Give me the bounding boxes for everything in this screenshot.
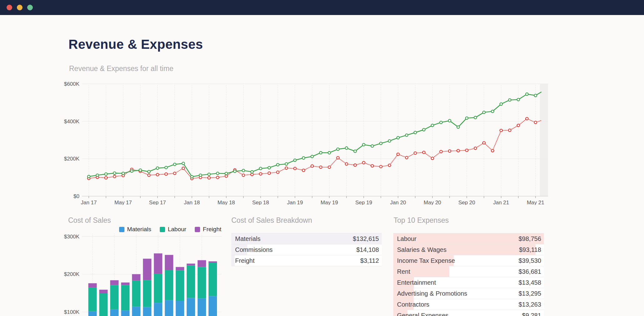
data-point xyxy=(380,165,382,168)
data-point xyxy=(483,111,485,114)
row-value: $39,530 xyxy=(519,257,541,264)
x-axis-ticks xyxy=(89,196,536,198)
stacked-bar[interactable] xyxy=(209,261,217,316)
data-point xyxy=(174,172,176,175)
data-point xyxy=(474,147,476,150)
bar-segment-freight xyxy=(198,260,206,267)
data-point xyxy=(148,174,150,176)
stacked-bar[interactable] xyxy=(132,274,140,316)
bar-segment-freight xyxy=(121,283,129,285)
bar-segment-labour xyxy=(121,285,129,310)
bar-segment-labour xyxy=(198,267,206,298)
stacked-bar[interactable] xyxy=(198,260,206,316)
row-label: Rent xyxy=(397,268,410,275)
window-titlebar xyxy=(0,0,644,15)
data-point xyxy=(508,129,511,131)
data-point xyxy=(242,174,244,176)
bar-segment-labour xyxy=(165,270,173,300)
data-point xyxy=(337,156,339,159)
table-row[interactable]: Entertainment$13,458 xyxy=(393,277,544,288)
x-axis-label: Jan 17 xyxy=(81,200,97,205)
row-label: Income Tax Expense xyxy=(397,257,455,264)
data-point xyxy=(526,117,528,120)
bar-segment-freight xyxy=(110,280,118,285)
expenses-series[interactable] xyxy=(88,117,541,180)
x-axis-label: Sep 17 xyxy=(149,200,166,205)
data-point xyxy=(474,116,476,119)
cost-of-sales-bar-chart[interactable]: $100K$200K$300K xyxy=(56,216,231,316)
data-point xyxy=(362,143,365,146)
data-point xyxy=(216,176,219,179)
data-point xyxy=(174,163,176,166)
table-row[interactable]: Commissions$14,108 xyxy=(231,244,382,255)
x-axis-label: May 19 xyxy=(321,200,338,205)
data-point xyxy=(156,167,159,169)
stacked-bar[interactable] xyxy=(187,264,195,316)
bar-segment-materials xyxy=(198,298,206,316)
data-point xyxy=(337,148,339,150)
x-axis-label: Sep 19 xyxy=(355,200,372,205)
bar-segment-freight xyxy=(143,259,151,280)
row-value: $36,681 xyxy=(519,268,541,275)
data-point xyxy=(500,103,502,105)
bar-segment-freight xyxy=(187,264,195,266)
bar-segment-materials xyxy=(110,309,118,316)
data-point xyxy=(199,174,202,176)
data-point xyxy=(371,145,374,147)
table-row[interactable]: Advertising & Promotions$13,295 xyxy=(393,288,544,299)
row-label: General Expenses xyxy=(397,312,449,316)
table-row[interactable]: Contractors$13,263 xyxy=(393,299,544,310)
data-point xyxy=(285,167,288,169)
stacked-bar[interactable] xyxy=(154,253,162,316)
data-point xyxy=(113,172,116,174)
x-axis-label: May 17 xyxy=(114,200,132,205)
table-row[interactable]: Rent$36,681 xyxy=(393,266,544,277)
stacked-bar[interactable] xyxy=(88,283,97,316)
revenue-expenses-line-chart[interactable]: $0$200K$400K$600KJan 17May 17Sep 17Jan 1… xyxy=(56,80,553,205)
stacked-bar[interactable] xyxy=(121,283,129,316)
section-title-top-expenses: Top 10 Expenses xyxy=(394,216,449,225)
data-point xyxy=(165,173,167,175)
y-axis-label: $600K xyxy=(64,81,80,87)
section-title-breakdown: Cost of Sales Breakdown xyxy=(231,216,312,225)
window-close-button[interactable] xyxy=(7,5,12,10)
table-row[interactable]: General Expenses$9,281 xyxy=(393,310,544,316)
bar-segment-materials xyxy=(132,307,140,316)
row-label: Entertainment xyxy=(397,279,436,286)
data-point xyxy=(302,157,305,159)
current-month-band xyxy=(540,84,548,196)
revenue-series[interactable] xyxy=(88,92,541,178)
stacked-bar[interactable] xyxy=(165,255,173,316)
data-point xyxy=(328,151,330,154)
data-point xyxy=(397,136,399,139)
bar-segment-labour xyxy=(176,270,184,301)
x-axis-label: Sep 20 xyxy=(458,200,475,205)
table-row[interactable]: Income Tax Expense$39,530 xyxy=(393,255,544,266)
bar-segment-labour xyxy=(88,288,97,311)
row-value: $3,112 xyxy=(360,257,379,264)
table-row[interactable]: Labour$98,756 xyxy=(393,233,544,244)
table-row[interactable]: Salaries & Wages$93,118 xyxy=(393,244,544,255)
table-row[interactable]: Freight$3,112 xyxy=(231,255,382,266)
data-point xyxy=(225,172,228,175)
data-point xyxy=(130,170,133,172)
value-bar xyxy=(231,255,235,266)
bar-segment-freight xyxy=(154,253,162,274)
stacked-bar[interactable] xyxy=(176,267,184,316)
data-point xyxy=(319,151,322,154)
data-point xyxy=(251,171,253,173)
x-axis-labels: Jan 17May 17Sep 17Jan 18May 18Sep 18Jan … xyxy=(81,200,544,205)
data-point xyxy=(268,172,270,174)
x-axis-label: Jan 19 xyxy=(287,200,303,205)
top-10-expenses-table: Labour$98,756Salaries & Wages$93,118Inco… xyxy=(393,233,544,316)
data-point xyxy=(517,98,520,101)
window-minimize-button[interactable] xyxy=(17,5,23,10)
table-row[interactable]: Materials$132,615 xyxy=(231,233,382,244)
stacked-bar[interactable] xyxy=(110,280,118,316)
data-point xyxy=(526,93,528,95)
stacked-bar[interactable] xyxy=(99,290,108,316)
bar-segment-freight xyxy=(132,274,140,281)
window-zoom-button[interactable] xyxy=(27,5,33,10)
stacked-bar[interactable] xyxy=(143,259,151,316)
data-point xyxy=(311,155,313,158)
